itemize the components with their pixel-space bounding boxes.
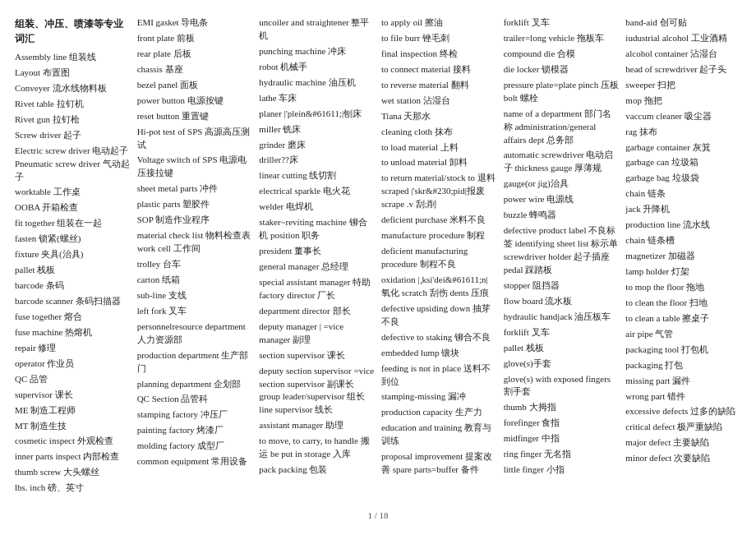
list-item: name of a department 部门名称 administration…	[504, 108, 620, 147]
list-item: magnetizer 加磁器	[625, 250, 741, 263]
list-item: inner parts inspect 内部检查	[15, 450, 131, 464]
list-item: Rivet gun 拉钉枪	[15, 113, 131, 127]
list-item: buzzle 蜂鸣器	[504, 209, 620, 222]
list-item: education and training 教育与训练	[381, 422, 497, 448]
list-item: major defect 主要缺陷	[625, 436, 741, 450]
list-item: head of screwdriver 起子头	[625, 63, 741, 76]
list-item: planer |'plein&#61611;|刨床	[259, 108, 375, 121]
list-item: excessive defects 过多的缺陷	[625, 405, 741, 418]
list-item: pallet 栈板	[15, 264, 131, 277]
list-item: production line 流水线	[625, 219, 741, 232]
list-item: QC Section 品管科	[137, 393, 253, 406]
list-item: Rivet table 拉钉机	[15, 98, 131, 111]
list-item: to mop the floor 拖地	[625, 281, 741, 294]
list-item: fuse machine 热熔机	[15, 326, 131, 339]
list-item: deputy manager | =vice manager 副理	[259, 321, 375, 347]
list-item: air pipe 气管	[625, 328, 741, 341]
list-item: fixture 夹具(治具)	[15, 248, 131, 261]
list-item: molding factory 成型厂	[137, 440, 253, 453]
list-item: sub-line 支线	[137, 289, 253, 302]
list-item: punching machine 冲床	[259, 45, 375, 58]
list-item: oxidation |ˌksi'dei&#61611;n| 氧化 scratch…	[381, 274, 497, 300]
list-item: stopper 阻挡器	[504, 279, 620, 293]
list-item: fasten 锁紧(螺丝)	[15, 233, 131, 246]
list-item: garbage can 垃圾箱	[625, 156, 741, 169]
list-item: sheet metal parts 冲件	[137, 182, 253, 196]
list-item: jack 升降机	[625, 203, 741, 216]
list-item: Conveyer 流水线物料板	[15, 82, 131, 95]
list-item: pallet 栈板	[504, 342, 620, 355]
list-item: flow board 流水板	[504, 295, 620, 308]
list-item: rear plate 后板	[137, 48, 253, 61]
list-item: forklift 叉车	[504, 326, 620, 339]
list-item: Voltage switch of SPS 电源电压接拉键	[137, 154, 253, 180]
list-item: barcode scanner 条码扫描器	[15, 295, 131, 308]
list-item: glove(s) with exposed fingers 割手套	[504, 373, 620, 399]
list-item: final inspection 终检	[381, 48, 497, 61]
list-item: to unload material 卸料	[381, 156, 497, 169]
list-item: alcohol container 沾湿台	[625, 48, 741, 61]
list-item: Tiana 天那水	[381, 110, 497, 123]
list-item: Electric screw driver 电动起子 Pneumatic scr…	[15, 145, 131, 184]
list-item: driller??床	[259, 154, 375, 167]
list-item: assistant manager 助理	[259, 419, 375, 432]
list-item: EMI gasket 导电条	[137, 16, 253, 30]
list-item: hydraulic handjack 油压板车	[504, 311, 620, 324]
list-item: OOBA 开箱检查	[15, 201, 131, 214]
list-item: planning department 企划部	[137, 378, 253, 391]
column-6: band-aid 创可贴iudustrial alcohol 工业酒精alcoh…	[625, 16, 741, 497]
list-item: uncoiler and straightener 整平机	[259, 16, 375, 43]
list-item: embedded lump 镶块	[381, 347, 497, 360]
list-item: pressure plate=plate pinch 压板 bolt 螺栓	[504, 79, 620, 105]
list-item: thumb 大拇指	[504, 401, 620, 414]
list-item: to clean the floor 扫地	[625, 297, 741, 310]
list-item: sweeper 扫把	[625, 79, 741, 92]
list-item: critical defect 极严重缺陷	[625, 421, 741, 434]
list-item: iudustrial alcohol 工业酒精	[625, 32, 741, 45]
list-item: president 董事长	[259, 245, 375, 258]
list-item: Layout 布置图	[15, 67, 131, 80]
list-item: chassis 基座	[137, 63, 253, 76]
list-item: rag 抹布	[625, 126, 741, 139]
list-item: deficient purchase 米料不良	[381, 214, 497, 227]
list-item: band-aid 创可贴	[625, 16, 741, 30]
column-3: uncoiler and straightener 整平机punching ma…	[259, 16, 375, 497]
list-item: to load material 上料	[381, 141, 497, 155]
list-item: painting factory 烤漆厂	[137, 424, 253, 437]
list-item: deficient manufacturing procedure 制程不良	[381, 245, 497, 271]
list-item: general manager 总经理	[259, 261, 375, 274]
list-item: feeding is not in place 送料不到位	[381, 362, 497, 389]
list-item: Hi-pot test of SPS 高源高压测试	[137, 126, 253, 152]
list-item: glove(s)手套	[504, 357, 620, 371]
list-item: fuse together 熔合	[15, 311, 131, 324]
list-item: MT 制造生技	[15, 420, 131, 433]
list-item: defective to staking 铆合不良	[381, 331, 497, 344]
list-item: worktable 工作桌	[15, 186, 131, 199]
list-item: pack packing 包装	[259, 464, 375, 477]
list-item: production capacity 生产力	[381, 406, 497, 419]
list-item: garbage bag 垃圾袋	[625, 172, 741, 185]
list-item: bezel panel 面板	[137, 79, 253, 92]
list-item: missing part 漏件	[625, 375, 741, 388]
list-item: stamping-missing 漏冲	[381, 390, 497, 404]
page-number: 1 / 18	[367, 510, 388, 520]
list-item: garbage container 灰箕	[625, 141, 741, 155]
list-item: forefinger 食指	[504, 417, 620, 430]
list-item: cosmetic inspect 外观检查	[15, 435, 131, 448]
list-item: lathe 车床	[259, 92, 375, 105]
list-item: die locker 锁模器	[504, 63, 620, 76]
list-item: personnelresource department 人力资源部	[137, 321, 253, 347]
list-item: department director 部长	[259, 305, 375, 318]
list-item: to file burr 锉毛刺	[381, 32, 497, 45]
list-item: to move, to carry, to handle 搬运 be put i…	[259, 435, 375, 461]
list-item: plastic parts 塑胶件	[137, 198, 253, 211]
column-5: forklift 叉车trailer=long vehicle 拖板车compo…	[504, 16, 620, 497]
list-item: linear cutting 线切割	[259, 169, 375, 182]
list-item: carton 纸箱	[137, 274, 253, 287]
list-item: ring finger 无名指	[504, 448, 620, 461]
list-item: special assistant manager 特助 factory dir…	[259, 276, 375, 302]
list-item: chain 链条槽	[625, 234, 741, 247]
list-item: SOP 制造作业程序	[137, 214, 253, 227]
list-item: power button 电源按键	[137, 95, 253, 108]
page-footer: 1 / 18	[15, 510, 741, 520]
